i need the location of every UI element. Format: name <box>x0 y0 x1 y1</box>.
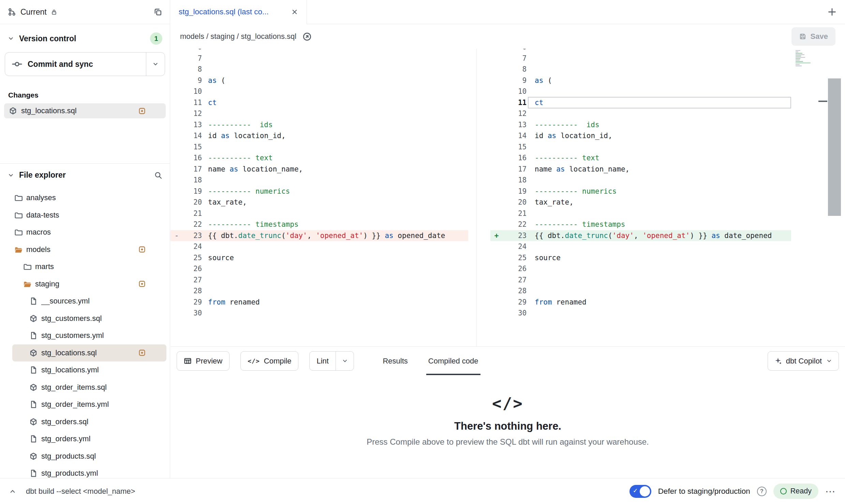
save-button[interactable]: Save <box>791 27 835 46</box>
code-line[interactable]: 6 <box>490 49 791 53</box>
diff-pane-modified[interactable]: 6789as (1011ct1213---------- ids14id as … <box>477 49 845 346</box>
defer-toggle[interactable]: ✓ <box>629 485 651 498</box>
code-line[interactable]: 22---------- timestamps <box>171 219 468 230</box>
file-tree-item-stg-locations-yml[interactable]: stg_locations.yml <box>0 361 170 379</box>
docs-link-icon[interactable] <box>302 32 312 41</box>
commit-and-sync-button[interactable]: Commit and sync <box>5 52 165 76</box>
code-line[interactable]: 24 <box>171 241 468 252</box>
chevron-up-icon[interactable] <box>9 488 16 495</box>
code-line[interactable]: 22---------- timestamps <box>490 219 791 230</box>
lint-options-caret[interactable] <box>336 352 354 370</box>
code-line[interactable]: 28 <box>171 285 468 297</box>
code-line[interactable]: 8 <box>171 64 468 75</box>
code-line[interactable]: 6 <box>171 49 468 53</box>
code-token: ---------- timestamps <box>535 220 625 228</box>
code-line[interactable]: 29from renamed <box>171 297 468 308</box>
code-line[interactable]: 25source <box>490 252 791 264</box>
file-tree-item-analyses[interactable]: analyses <box>0 189 170 207</box>
file-tree-item-marts[interactable]: marts <box>0 258 170 276</box>
file-tree-item-data-tests[interactable]: data-tests <box>0 207 170 224</box>
code-line[interactable]: 20tax_rate, <box>171 197 468 208</box>
command-hint[interactable]: dbt build --select <model_name> <box>26 487 135 496</box>
code-line[interactable]: 16---------- text <box>490 152 791 164</box>
file-tree-item-models[interactable]: models <box>0 241 170 258</box>
code-line[interactable]: 15 <box>490 142 791 153</box>
new-tab-button[interactable] <box>819 0 845 24</box>
file-tree-item-stg-order-items-yml[interactable]: stg_order_items.yml <box>0 396 170 413</box>
code-line[interactable]: 17name as location_name, <box>490 164 791 175</box>
code-line[interactable]: 19---------- numerics <box>490 186 791 197</box>
lint-button[interactable]: Lint <box>310 352 335 370</box>
code-line[interactable]: 28 <box>490 285 791 297</box>
file-tree-item-stg-customers-sql[interactable]: stg_customers.sql <box>0 310 170 327</box>
file-explorer-header[interactable]: File explorer <box>0 164 170 184</box>
code-line[interactable]: 11ct <box>490 97 791 108</box>
code-line[interactable]: 27 <box>490 275 791 286</box>
code-line[interactable]: 29from renamed <box>490 297 791 308</box>
file-tree-item--sources-yml[interactable]: __sources.yml <box>0 293 170 310</box>
breadcrumb[interactable]: models / staging / stg_locations.sql <box>180 32 296 41</box>
code-line[interactable]: 13---------- ids <box>490 119 791 131</box>
overflow-menu-button[interactable]: ⋯ <box>825 486 836 496</box>
editor-tab[interactable]: stg_locations.sql (last co... <box>171 0 307 24</box>
close-icon[interactable] <box>291 8 298 16</box>
scrollbar-thumb[interactable] <box>828 78 841 216</box>
ready-status[interactable]: Ready <box>773 484 818 499</box>
file-tree-item-stg-products-sql[interactable]: stg_products.sql <box>0 448 170 465</box>
code-line[interactable]: 14id as location_id, <box>490 130 791 142</box>
code-line[interactable]: 17name as location_name, <box>171 164 468 175</box>
code-line[interactable]: 19---------- numerics <box>171 186 468 197</box>
code-line[interactable]: 18 <box>490 175 791 186</box>
file-tree-item-stg-order-items-sql[interactable]: stg_order_items.sql <box>0 379 170 396</box>
code-line[interactable]: 10 <box>171 86 468 97</box>
code-line[interactable]: 26 <box>171 263 468 275</box>
minimap[interactable] <box>795 49 816 70</box>
code-line[interactable]: 10 <box>490 86 791 97</box>
code-line[interactable]: 14id as location_id, <box>171 130 468 142</box>
help-icon[interactable]: ? <box>757 487 767 496</box>
file-tree-item-stg-orders-yml[interactable]: stg_orders.yml <box>0 430 170 448</box>
code-line[interactable]: 24 <box>490 241 791 252</box>
code-line[interactable]: 30 <box>171 308 468 319</box>
code-line[interactable]: 9as ( <box>490 75 791 86</box>
code-line[interactable]: -23{{ dbt.date_trunc('day', 'opened_at')… <box>171 230 468 241</box>
code-line[interactable]: 9as ( <box>171 75 468 86</box>
code-line[interactable]: 16---------- text <box>171 152 468 164</box>
tab-results[interactable]: Results <box>381 347 410 375</box>
diff-pane-original[interactable]: 6789as (1011ct1213---------- ids14id as … <box>171 49 477 346</box>
code-line[interactable]: 7 <box>490 53 791 64</box>
code-line[interactable]: 20tax_rate, <box>490 197 791 208</box>
code-line[interactable]: 12 <box>171 108 468 119</box>
code-line[interactable]: 30 <box>490 308 791 319</box>
branch-selector[interactable]: Current <box>8 8 57 17</box>
code-line[interactable]: 21 <box>171 208 468 219</box>
code-line[interactable]: 18 <box>171 175 468 186</box>
code-line[interactable]: 7 <box>171 53 468 64</box>
copy-icon[interactable] <box>153 8 162 16</box>
code-line[interactable]: 12 <box>490 108 791 119</box>
code-line[interactable]: 13---------- ids <box>171 119 468 131</box>
code-line[interactable]: 26 <box>490 263 791 275</box>
commit-and-sync-main[interactable]: Commit and sync <box>5 53 146 76</box>
search-icon[interactable] <box>154 171 162 179</box>
tab-compiled-code[interactable]: Compiled code <box>426 347 480 375</box>
code-line[interactable]: 27 <box>171 275 468 286</box>
dbt-copilot-button[interactable]: dbt Copilot <box>768 351 839 371</box>
changes-item[interactable]: stg_locations.sql <box>4 103 166 118</box>
file-tree-item-staging[interactable]: staging <box>0 276 170 293</box>
file-tree-item-stg-orders-sql[interactable]: stg_orders.sql <box>0 413 170 431</box>
file-tree-item-stg-customers-yml[interactable]: stg_customers.yml <box>0 327 170 344</box>
file-tree-item-macros[interactable]: macros <box>0 224 170 241</box>
code-line[interactable]: 21 <box>490 208 791 219</box>
commit-options-caret[interactable] <box>146 53 165 76</box>
code-line[interactable]: +23{{ dbt.date_trunc('day', 'opened_at')… <box>490 230 791 241</box>
code-line[interactable]: 25source <box>171 252 468 264</box>
preview-button[interactable]: Preview <box>177 351 229 371</box>
file-tree-item-stg-locations-sql[interactable]: stg_locations.sql <box>12 344 166 362</box>
code-line[interactable]: 15 <box>171 142 468 153</box>
code-token: ---------- ids <box>208 121 273 129</box>
version-control-header[interactable]: Version control 1 <box>0 24 170 50</box>
compile-button[interactable]: </> Compile <box>240 351 298 371</box>
code-line[interactable]: 8 <box>490 64 791 75</box>
code-line[interactable]: 11ct <box>171 97 468 108</box>
